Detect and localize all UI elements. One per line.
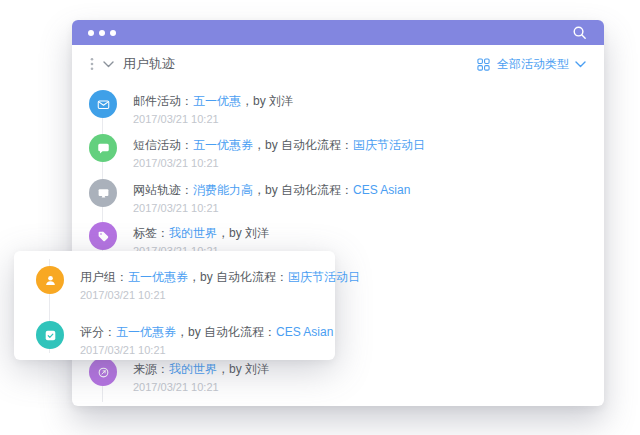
timeline-item: 用户组：五一优惠券，by 自动化流程：国庆节活动日 2017/03/21 10:… [14,266,335,310]
timeline-item: 邮件活动：五一优惠，by 刘洋 2017/03/21 10:21 [72,90,604,134]
category-grid-icon [476,57,491,72]
activity-label: 标签： [133,226,169,240]
activity-label: 评分： [80,325,116,339]
flow-link[interactable]: 国庆节活动日 [288,270,360,284]
rating-icon [36,321,64,349]
activity-byline: ，by 自动化流程： [253,183,353,197]
activity-link[interactable]: 五一优惠券 [116,325,176,339]
timeline-item: 网站轨迹：消费能力高，by 自动化流程：CES Asian 2017/03/21… [72,179,604,223]
flow-link[interactable]: CES Asian [276,325,333,339]
collapse-chevron-icon[interactable] [103,61,114,68]
drag-handle-icon[interactable] [90,57,94,71]
activity-link[interactable]: 我的世界 [169,226,217,240]
activity-byline: ，by 自动化流程： [188,270,288,284]
chevron-down-icon [575,61,586,68]
activity-byline: ，by 自动化流程： [253,138,353,152]
activity-label: 用户组： [80,270,128,284]
activity-link[interactable]: 五一优惠券 [193,138,253,152]
activity-label: 网站轨迹： [133,183,193,197]
timeline-item: 短信活动：五一优惠券，by 自动化流程：国庆节活动日 2017/03/21 10… [72,134,604,178]
mail-icon [89,90,117,118]
app-header-bar [72,20,604,45]
timestamp: 2017/03/21 10:21 [133,380,269,394]
tag-icon [89,222,117,250]
timestamp: 2017/03/21 10:21 [80,343,333,357]
activity-label: 短信活动： [133,138,193,152]
filter-label: 全部活动类型 [497,56,569,73]
timeline-item: 评分：五一优惠券，by 自动化流程：CES Asian 2017/03/21 1… [14,321,335,365]
more-menu-icon[interactable] [88,30,116,36]
flow-link[interactable]: 国庆节活动日 [353,138,425,152]
panel-toolbar: 用户轨迹 全部活动类型 [72,45,604,83]
timestamp: 2017/03/21 10:21 [133,156,425,170]
flow-link[interactable]: CES Asian [353,183,410,197]
timestamp: 2017/03/21 10:21 [133,112,293,126]
panel-title: 用户轨迹 [123,55,175,73]
search-icon[interactable] [571,24,588,41]
activity-label: 邮件活动： [133,94,193,108]
activity-byline: ，by 刘洋 [217,226,269,240]
timestamp: 2017/03/21 10:21 [80,288,360,302]
activity-link[interactable]: 五一优惠券 [128,270,188,284]
activity-link[interactable]: 五一优惠 [193,94,241,108]
activity-link[interactable]: 消费能力高 [193,183,253,197]
timestamp: 2017/03/21 10:21 [133,201,410,215]
user-group-icon [36,266,64,294]
website-icon [89,179,117,207]
highlighted-activity-popup: 用户组：五一优惠券，by 自动化流程：国庆节活动日 2017/03/21 10:… [14,251,335,360]
activity-byline: ，by 刘洋 [241,94,293,108]
activity-byline: ，by 自动化流程： [176,325,276,339]
sms-icon [89,134,117,162]
activity-type-filter[interactable]: 全部活动类型 [476,56,586,73]
